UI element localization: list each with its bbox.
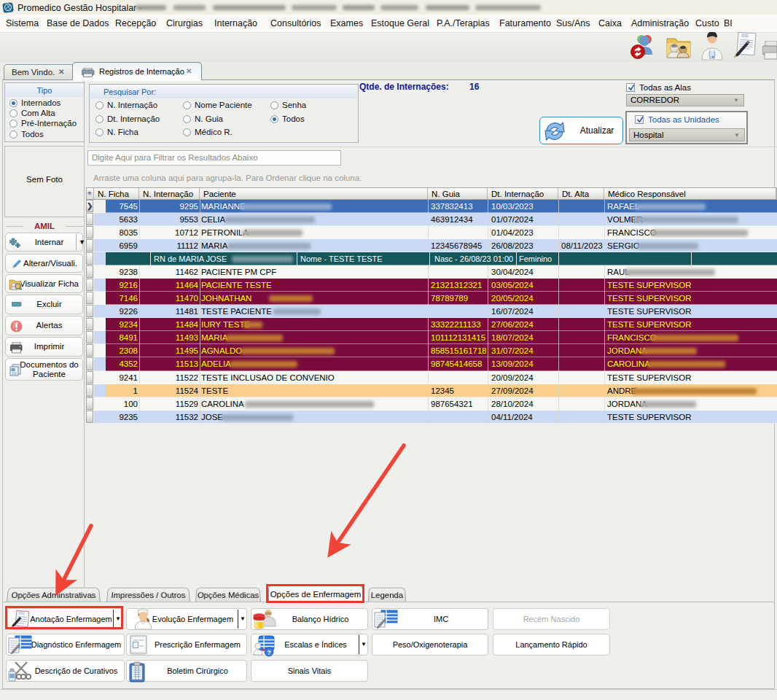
svg-text:?: ? [267, 649, 271, 656]
